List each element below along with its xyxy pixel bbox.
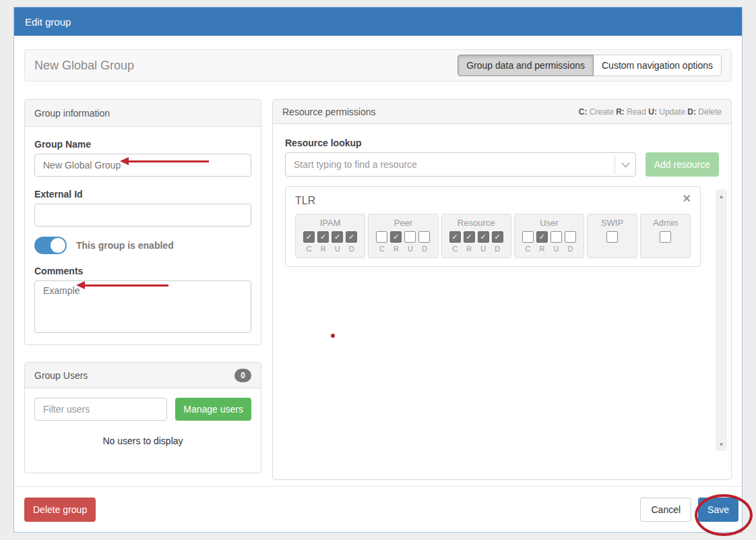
checkbox-admin[interactable] <box>660 231 671 243</box>
no-users-message: No users to display <box>25 436 261 446</box>
group-information-panel: Group information Group Name External Id… <box>24 99 261 345</box>
permission-group-user: User✓CRUD <box>514 214 584 258</box>
crud-letters: CRUD <box>298 245 362 253</box>
group-name-label: Group Name <box>34 139 251 150</box>
vertical-scrollbar[interactable]: ▲ ▼ <box>716 189 727 451</box>
resource-lookup-input[interactable] <box>285 152 636 177</box>
checkbox-user-c[interactable] <box>522 231 534 243</box>
permission-group-title: IPAM <box>298 218 362 228</box>
checkbox-peer-u[interactable] <box>404 231 416 243</box>
checkbox-resource-u[interactable]: ✓ <box>478 231 489 243</box>
checkbox-ipam-d[interactable]: ✓ <box>346 231 357 243</box>
resource-lookup-dropdown[interactable] <box>615 155 636 174</box>
checkbox-ipam-c[interactable]: ✓ <box>303 231 315 243</box>
annotation-arrow-comments <box>85 284 168 287</box>
external-id-input[interactable] <box>34 204 251 227</box>
legend-label-update: Update <box>659 107 685 117</box>
permission-group-admin: Admin <box>640 214 691 258</box>
user-count-badge: 0 <box>234 369 251 382</box>
permission-group-ipam: IPAM✓✓✓✓CRUD <box>295 214 365 258</box>
scroll-down-icon[interactable]: ▼ <box>716 439 727 450</box>
content-columns: Group information Group Name External Id… <box>24 99 732 480</box>
permission-group-title: Admin <box>643 218 687 228</box>
modal-footer: Delete group Cancel Save <box>14 486 742 532</box>
checkbox-user-r[interactable]: ✓ <box>536 231 548 243</box>
crud-letters: CRUD <box>445 245 508 253</box>
cancel-button[interactable]: Cancel <box>640 498 691 522</box>
legend-label-read: Read <box>627 107 646 117</box>
group-users-controls: Manage users <box>25 388 261 421</box>
right-column: Resource permissions C: Create R: Read U… <box>272 99 732 480</box>
group-enabled-toggle[interactable] <box>34 237 67 254</box>
resource-lookup-wrap <box>285 152 636 177</box>
permission-group-title: SWIP <box>590 218 634 228</box>
group-users-heading: Group Users 0 <box>25 363 261 388</box>
resource-lookup-label: Resource lookup <box>285 138 719 148</box>
permission-group-resource: Resource✓✓✓✓CRUD <box>441 214 511 258</box>
resource-lookup-row: Add resource <box>285 152 719 177</box>
crud-legend: C: Create R: Read U: Update D: Delete <box>579 107 722 117</box>
permission-group-peer: Peer✓CRUD <box>368 214 438 258</box>
page-title: New Global Group <box>34 59 134 73</box>
resource-permissions-panel: Resource permissions C: Create R: Read U… <box>272 99 732 480</box>
checkbox-peer-c[interactable] <box>376 231 387 243</box>
legend-key-read: R: <box>616 107 625 117</box>
permission-group-title: Peer <box>371 218 435 228</box>
annotation-dot <box>331 334 335 338</box>
checkbox-ipam-r[interactable]: ✓ <box>317 231 329 243</box>
legend-label-create: Create <box>590 107 614 117</box>
tab-custom-navigation-options[interactable]: Custom navigation options <box>593 55 722 76</box>
group-information-title: Group information <box>34 108 110 119</box>
toggle-knob-icon <box>51 238 65 253</box>
modal-header: Edit group <box>14 7 742 36</box>
view-tabs: Group data and permissions Custom naviga… <box>458 55 722 76</box>
external-id-label: External Id <box>34 189 251 200</box>
checkbox-swip[interactable] <box>606 231 618 243</box>
group-users-panel: Group Users 0 Manage users No users to d… <box>24 362 261 473</box>
resource-permissions-title: Resource permissions <box>282 107 376 117</box>
checkbox-resource-r[interactable]: ✓ <box>464 231 475 243</box>
resource-card-tlr: TLR ✕ IPAM✓✓✓✓CRUDPeer✓CRUDResource✓✓✓✓C… <box>285 186 701 267</box>
comments-textarea[interactable]: Example <box>34 280 251 333</box>
checkbox-user-d[interactable] <box>565 231 576 243</box>
group-name-input[interactable] <box>34 154 251 177</box>
tab-group-data-and-permissions[interactable]: Group data and permissions <box>458 55 594 76</box>
manage-users-button[interactable]: Manage users <box>175 398 251 421</box>
legend-key-create: C: <box>579 107 588 117</box>
add-resource-button[interactable]: Add resource <box>645 152 719 177</box>
resource-name: TLR <box>295 195 691 207</box>
chevron-down-icon <box>621 159 630 168</box>
checkbox-resource-c[interactable]: ✓ <box>449 231 461 243</box>
permission-groups: IPAM✓✓✓✓CRUDPeer✓CRUDResource✓✓✓✓CRUDUse… <box>295 214 691 258</box>
scroll-up-icon[interactable]: ▲ <box>716 191 727 202</box>
group-information-heading: Group information <box>25 100 261 127</box>
edit-group-modal: Edit group New Global Group Group data a… <box>13 7 743 533</box>
comments-label: Comments <box>34 266 251 276</box>
title-bar: New Global Group Group data and permissi… <box>24 49 732 82</box>
legend-key-delete: D: <box>687 107 696 117</box>
enabled-toggle-label: This group is enabled <box>76 240 174 251</box>
modal-body: New Global Group Group data and permissi… <box>14 36 742 480</box>
checkbox-ipam-u[interactable]: ✓ <box>332 231 343 243</box>
checkbox-peer-d[interactable] <box>418 231 430 243</box>
group-users-title: Group Users <box>34 370 88 381</box>
checkbox-user-u[interactable] <box>550 231 562 243</box>
modal-title: Edit group <box>25 16 71 28</box>
filter-users-input[interactable] <box>34 398 167 421</box>
delete-group-button[interactable]: Delete group <box>24 498 96 522</box>
annotation-circle-save <box>695 494 753 536</box>
close-icon[interactable]: ✕ <box>683 193 691 204</box>
resource-permissions-body: Resource lookup Add resource TLR <box>273 124 731 280</box>
permission-group-swip: SWIP <box>587 214 637 258</box>
checkbox-resource-d[interactable]: ✓ <box>492 231 503 243</box>
legend-key-update: U: <box>648 107 657 117</box>
crud-letters: CRUD <box>517 245 581 253</box>
annotation-arrow-group-name <box>129 160 209 162</box>
resource-permissions-heading: Resource permissions C: Create R: Read U… <box>273 100 731 124</box>
legend-label-delete: Delete <box>698 107 722 117</box>
checkbox-peer-r[interactable]: ✓ <box>390 231 402 243</box>
permission-group-title: User <box>517 218 581 228</box>
enabled-toggle-row: This group is enabled <box>34 237 251 254</box>
permission-group-title: Resource <box>445 218 508 228</box>
crud-letters: CRUD <box>371 245 435 253</box>
